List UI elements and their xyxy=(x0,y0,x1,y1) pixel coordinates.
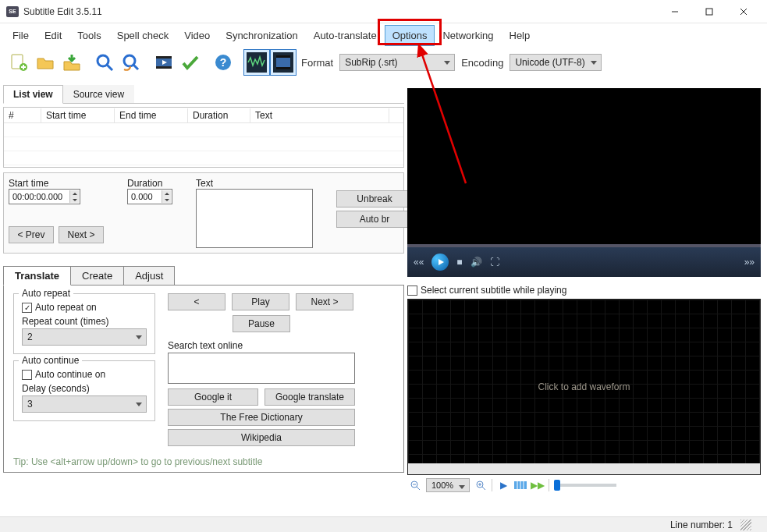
encoding-label: Encoding xyxy=(461,57,503,69)
zoom-toolbar: 100% ▶ ▶▶ xyxy=(407,475,761,495)
wave-frames-icon[interactable] xyxy=(514,479,527,491)
prev-button[interactable]: < Prev xyxy=(9,226,54,243)
repeat-count-select[interactable]: 2 xyxy=(22,328,147,346)
list-header: # Start time End time Duration Text xyxy=(4,108,403,123)
nav-play-button[interactable]: Play xyxy=(232,293,289,310)
tab-listview[interactable]: List view xyxy=(3,85,63,104)
help-icon[interactable]: ? xyxy=(211,50,236,75)
tip-text: Tip: Use <alt+arrow up/down> to go to pr… xyxy=(13,456,262,467)
tab-adjust[interactable]: Adjust xyxy=(123,266,175,285)
visual-sync-icon[interactable] xyxy=(151,50,176,75)
menu-file[interactable]: File xyxy=(5,25,37,46)
zoom-out-icon[interactable] xyxy=(409,479,421,491)
tab-sourceview[interactable]: Source view xyxy=(63,85,134,103)
col-num[interactable]: # xyxy=(4,108,41,122)
waveform-icon[interactable] xyxy=(243,49,270,76)
skip-fwd-icon[interactable]: »» xyxy=(744,257,755,268)
menu-edit[interactable]: Edit xyxy=(37,25,69,46)
google-it-button[interactable]: Google it xyxy=(168,388,258,406)
play-icon[interactable] xyxy=(431,254,449,271)
search-online-label: Search text online xyxy=(168,340,394,351)
search-online-input[interactable] xyxy=(168,353,355,384)
duration-label: Duration xyxy=(127,178,172,189)
auto-repeat-checkbox[interactable]: ✓Auto repeat on xyxy=(22,302,147,313)
window-title: Subtitle Edit 3.5.11 xyxy=(23,6,102,17)
col-dur[interactable]: Duration xyxy=(188,108,250,122)
tab-translate[interactable]: Translate xyxy=(3,266,71,286)
tab-create[interactable]: Create xyxy=(70,266,124,285)
nav-prev-button[interactable]: < xyxy=(168,293,225,310)
waveform-area[interactable]: Click to add waveform xyxy=(407,299,761,475)
wikipedia-button[interactable]: Wikipedia xyxy=(168,429,355,446)
volume-icon[interactable]: 🔊 xyxy=(470,257,482,268)
replace-icon[interactable] xyxy=(119,50,144,75)
waveform-placeholder: Click to add waveform xyxy=(538,381,630,392)
duration-input[interactable]: 0.000 xyxy=(127,189,172,204)
resize-grip[interactable] xyxy=(740,520,751,530)
col-text[interactable]: Text xyxy=(250,108,389,122)
text-input[interactable] xyxy=(196,189,313,248)
menu-video[interactable]: Video xyxy=(176,25,218,46)
speed-slider[interactable] xyxy=(554,484,616,487)
repeat-count-label: Repeat count (times) xyxy=(22,316,147,327)
start-time-input[interactable]: 00:00:00.000 xyxy=(9,189,80,204)
spellcheck-icon[interactable] xyxy=(178,50,203,75)
titlebar: SE Subtitle Edit 3.5.11 xyxy=(0,0,767,23)
video-controls: «« ■ 🔊 ⛶ »» xyxy=(407,247,761,277)
open-file-icon[interactable] xyxy=(33,50,58,75)
new-file-icon[interactable] xyxy=(6,50,31,75)
menu-networking[interactable]: Networking xyxy=(435,25,501,46)
auto-continue-group: Auto continue Auto continue on Delay (se… xyxy=(13,360,155,421)
unbreak-button[interactable]: Unbreak xyxy=(336,190,413,207)
save-file-icon[interactable] xyxy=(59,50,84,75)
find-icon[interactable] xyxy=(92,50,117,75)
zoom-in-icon[interactable] xyxy=(474,479,487,491)
subtitle-list[interactable]: # Start time End time Duration Text xyxy=(3,107,404,168)
col-spare xyxy=(389,114,403,117)
svg-rect-22 xyxy=(276,67,290,69)
svg-line-11 xyxy=(133,65,138,69)
free-dictionary-button[interactable]: The Free Dictionary xyxy=(168,409,355,426)
next-button[interactable]: Next > xyxy=(59,226,104,243)
maximize-button[interactable] xyxy=(692,1,726,23)
menu-options[interactable]: Options xyxy=(385,25,435,46)
menubar: File Edit Tools Spell check Video Synchr… xyxy=(0,23,767,48)
col-start[interactable]: Start time xyxy=(41,108,115,122)
svg-line-24 xyxy=(417,487,420,490)
menu-sync[interactable]: Synchronization xyxy=(218,25,306,46)
video-preview-icon[interactable] xyxy=(270,49,297,76)
encoding-select[interactable]: Unicode (UTF-8) xyxy=(510,54,602,71)
menu-help[interactable]: Help xyxy=(502,25,538,46)
minimize-button[interactable] xyxy=(658,1,692,23)
nav-next-button[interactable]: Next > xyxy=(296,293,353,310)
fullscreen-icon[interactable]: ⛶ xyxy=(490,257,499,268)
close-button[interactable] xyxy=(726,1,761,23)
wave-ffwd-icon[interactable]: ▶▶ xyxy=(531,479,544,491)
video-player[interactable]: «« ■ 🔊 ⛶ »» xyxy=(407,88,761,277)
auto-continue-checkbox[interactable]: Auto continue on xyxy=(22,369,147,380)
autobr-button[interactable]: Auto br xyxy=(336,211,413,228)
menu-autotranslate[interactable]: Auto-translate xyxy=(306,25,385,46)
format-select[interactable]: SubRip (.srt) xyxy=(339,54,455,71)
listview-tabs: List view Source view xyxy=(3,85,404,104)
skip-back-icon[interactable]: «« xyxy=(414,257,424,268)
stop-icon[interactable]: ■ xyxy=(456,257,462,268)
delay-label: Delay (seconds) xyxy=(22,383,147,394)
svg-rect-21 xyxy=(276,55,290,58)
wave-play-icon[interactable]: ▶ xyxy=(497,479,510,491)
google-translate-button[interactable]: Google translate xyxy=(265,388,355,406)
menu-tools[interactable]: Tools xyxy=(69,25,108,46)
delay-select[interactable]: 3 xyxy=(22,395,147,413)
translate-panel: Auto repeat ✓Auto repeat on Repeat count… xyxy=(3,286,404,473)
nav-pause-button[interactable]: Pause xyxy=(233,315,290,332)
menu-spellcheck[interactable]: Spell check xyxy=(109,25,176,46)
zoom-select[interactable]: 100% xyxy=(426,478,470,492)
svg-rect-1 xyxy=(706,9,712,15)
svg-line-9 xyxy=(107,65,112,70)
auto-repeat-group: Auto repeat ✓Auto repeat on Repeat count… xyxy=(13,293,155,354)
col-end[interactable]: End time xyxy=(115,108,188,122)
select-while-playing-checkbox[interactable]: Select current subtitle while playing xyxy=(407,285,761,296)
svg-point-8 xyxy=(98,55,108,66)
app-icon: SE xyxy=(6,6,19,17)
main: List view Source view # Start time End t… xyxy=(0,80,767,497)
